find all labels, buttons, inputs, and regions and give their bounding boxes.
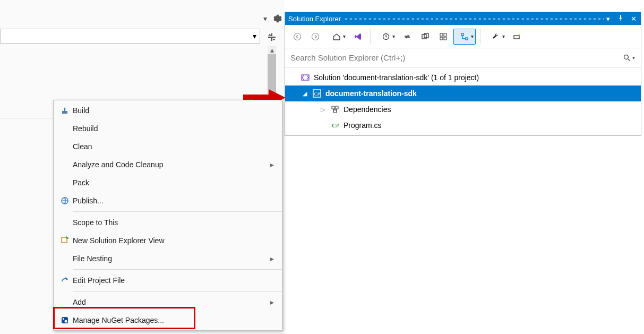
back-button[interactable]	[289, 29, 305, 45]
menu-label: Build	[73, 106, 267, 115]
menu-item-rebuild[interactable]: Rebuild	[54, 119, 282, 138]
menu-separator	[73, 211, 282, 212]
svg-rect-15	[440, 33, 443, 36]
solution-tree: Solution 'document-translation-sdk' (1 o…	[285, 67, 641, 135]
build-icon	[57, 104, 73, 117]
close-icon[interactable]: ✕	[629, 15, 638, 23]
preview-button[interactable]	[509, 29, 525, 45]
svg-rect-23	[302, 75, 309, 80]
panel-toolbar: ▾ ▾ ▾ ▾	[285, 25, 641, 48]
divider	[0, 118, 53, 118]
menu-separator	[73, 269, 282, 270]
menu-item-file-nesting[interactable]: File Nesting ▸	[54, 250, 282, 268]
csharp-file-icon: C#	[330, 121, 340, 130]
menu-label: Scope to This	[73, 218, 267, 227]
collapse-button[interactable]	[435, 29, 451, 45]
pin-icon[interactable]	[616, 15, 625, 23]
search-button[interactable]: ▾	[621, 50, 637, 65]
properties-button[interactable]: ▾	[485, 29, 507, 45]
panel-options-icon[interactable]: ▾	[604, 15, 612, 23]
menu-item-clean[interactable]: Clean	[54, 138, 282, 156]
solution-icon	[300, 73, 311, 82]
menu-item-manage-nuget[interactable]: Manage NuGet Packages...	[54, 311, 282, 329]
forward-button[interactable]	[307, 29, 323, 45]
chevron-down-icon: ▾	[392, 33, 395, 39]
chevron-down-icon: ▾	[632, 55, 635, 61]
menu-item-publish[interactable]: Publish...	[54, 192, 282, 210]
menu-label: Manage NuGet Packages...	[73, 316, 267, 324]
svg-text:C#: C#	[332, 122, 339, 129]
panel-grip: ╸╸╸╸╸╸╸╸╸╸╸╸╸╸╸╸╸╸╸╸╸╸╸╸╸╸╸╸╸╸╸╸╸╸╸╸╸╸╸╸…	[345, 15, 604, 23]
svg-rect-28	[334, 110, 337, 113]
svg-rect-18	[444, 37, 446, 40]
chevron-down-icon: ▾	[502, 33, 505, 39]
nuget-icon	[57, 314, 73, 327]
dropdown-caret-icon[interactable]: ▾	[260, 14, 270, 23]
svg-point-8	[63, 318, 64, 320]
search-row: ▾	[285, 48, 641, 67]
menu-item-new-view[interactable]: New Solution Explorer View	[54, 232, 282, 250]
chevron-down-icon: ▾	[471, 33, 474, 39]
split-view-icon[interactable]	[267, 31, 277, 44]
chevron-down-icon: ▾	[343, 33, 346, 39]
menu-label: Add	[73, 298, 267, 306]
expander-icon[interactable]: ◢	[301, 90, 308, 97]
tree-view-button[interactable]: ▾	[453, 29, 476, 45]
menu-item-analyze[interactable]: Analyze and Code Cleanup ▸	[54, 156, 282, 174]
dependencies-icon	[330, 105, 340, 114]
menu-separator	[73, 291, 282, 292]
search-input[interactable]	[289, 53, 621, 63]
svg-rect-2	[64, 109, 65, 111]
menu-item-scope[interactable]: Scope to This	[54, 213, 282, 232]
svg-rect-7	[62, 317, 68, 323]
panel-titlebar[interactable]: Solution Explorer ╸╸╸╸╸╸╸╸╸╸╸╸╸╸╸╸╸╸╸╸╸╸…	[285, 12, 641, 25]
menu-item-add[interactable]: Add ▸	[54, 293, 282, 311]
dependencies-node[interactable]: ▷ Dependencies	[285, 101, 641, 117]
menu-label: Publish...	[73, 196, 267, 205]
svg-point-9	[65, 320, 67, 323]
file-label: Program.cs	[344, 121, 382, 130]
menu-label: Edit Project File	[73, 276, 267, 285]
csharp-project-icon: C#	[312, 89, 322, 98]
menu-label: Rebuild	[73, 124, 267, 133]
menu-item-edit-project[interactable]: Edit Project File	[54, 271, 282, 289]
expander-icon[interactable]: ▷	[319, 106, 327, 113]
svg-rect-6	[67, 237, 68, 239]
svg-rect-20	[466, 38, 468, 40]
toolbar-separator	[370, 29, 371, 44]
menu-label: New Solution Explorer View	[73, 236, 267, 245]
solution-node[interactable]: Solution 'document-translation-sdk' (1 o…	[285, 70, 641, 85]
project-label: document-translation-sdk	[325, 89, 417, 98]
menu-label: Analyze and Code Cleanup	[73, 160, 267, 169]
svg-point-11	[312, 33, 319, 40]
svg-text:C#: C#	[314, 91, 320, 97]
edit-icon	[57, 274, 73, 287]
solution-label: Solution 'document-translation-sdk' (1 o…	[314, 73, 479, 82]
svg-rect-19	[461, 33, 463, 36]
svg-rect-16	[444, 33, 446, 36]
home-button[interactable]: ▾	[325, 29, 348, 45]
sync-button[interactable]	[399, 29, 415, 45]
svg-rect-21	[514, 36, 519, 39]
vs-icon-button[interactable]	[350, 29, 366, 45]
gear-icon[interactable]	[273, 14, 282, 23]
menu-item-pack[interactable]: Pack	[54, 174, 282, 192]
scroll-up-icon[interactable]: ▴	[268, 46, 276, 54]
svg-rect-17	[440, 37, 443, 40]
chevron-down-icon: ▾	[253, 32, 256, 40]
svg-point-22	[624, 55, 628, 59]
editor-dropdown[interactable]: ▾	[0, 29, 260, 44]
menu-label: Clean	[73, 142, 267, 151]
panel-title-text: Solution Explorer	[288, 15, 341, 23]
file-node-program[interactable]: C# Program.cs	[285, 117, 641, 133]
menu-item-build[interactable]: Build	[54, 101, 282, 119]
menu-label: Pack	[73, 178, 267, 187]
history-button[interactable]: ▾	[375, 29, 397, 45]
svg-point-10	[294, 33, 301, 40]
project-node[interactable]: ◢ C# document-translation-sdk	[285, 85, 641, 101]
submenu-arrow-icon: ▸	[267, 254, 277, 263]
show-all-button[interactable]	[417, 29, 433, 45]
toolbar-separator	[480, 29, 480, 44]
new-view-icon	[57, 234, 73, 247]
svg-rect-27	[336, 106, 338, 109]
